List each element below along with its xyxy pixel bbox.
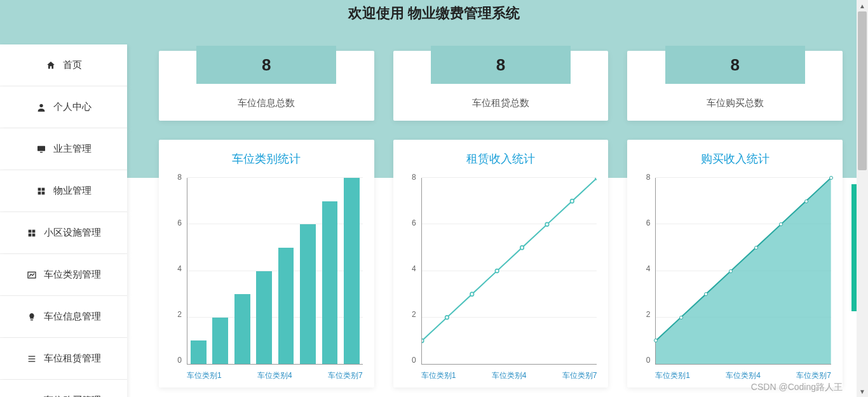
person-icon bbox=[36, 102, 47, 113]
bar-1 bbox=[212, 318, 228, 364]
data-point bbox=[804, 199, 808, 203]
area-svg bbox=[656, 178, 831, 364]
sidebar-item-label: 车位信息管理 bbox=[44, 311, 101, 323]
chart-body: 86420车位类别1车位类别4车位类别7 bbox=[166, 173, 367, 382]
data-point bbox=[829, 176, 833, 180]
sidebar-item-8[interactable]: 车位购买管理 bbox=[0, 380, 127, 397]
scrollbar-up-icon[interactable]: ▲ bbox=[857, 0, 868, 11]
stat-value: 8 bbox=[196, 46, 336, 84]
stat-label: 车位购买总数 bbox=[627, 97, 843, 109]
sidebar-item-2[interactable]: 业主管理 bbox=[0, 128, 127, 170]
svg-rect-4 bbox=[42, 187, 45, 191]
chart-title: 车位类别统计 bbox=[166, 151, 367, 166]
y-axis: 86420 bbox=[401, 173, 419, 365]
x-axis: 车位类别1车位类别4车位类别7 bbox=[421, 370, 597, 381]
y-tick: 8 bbox=[412, 173, 419, 182]
sidebar-item-3[interactable]: 物业管理 bbox=[0, 170, 127, 212]
stat-row: 8车位信息总数8车位租贷总数8车位购买总数 bbox=[159, 51, 843, 121]
sidebar-item-5[interactable]: 车位类别管理 bbox=[0, 254, 127, 296]
plot-area bbox=[421, 178, 597, 365]
svg-point-25 bbox=[570, 199, 574, 203]
bar-7 bbox=[344, 178, 360, 364]
home-icon bbox=[45, 60, 57, 71]
stat-value: 8 bbox=[431, 46, 571, 84]
y-tick: 6 bbox=[177, 219, 184, 227]
sidebar-item-label: 车位类别管理 bbox=[44, 269, 101, 281]
scrollbar-thumb[interactable] bbox=[858, 11, 867, 170]
svg-rect-6 bbox=[42, 191, 45, 194]
stat-value: 8 bbox=[665, 46, 805, 84]
sidebar-item-label: 小区设施管理 bbox=[44, 227, 101, 239]
svg-point-0 bbox=[39, 104, 43, 107]
stat-label: 车位信息总数 bbox=[159, 97, 374, 109]
stat-label: 车位租贷总数 bbox=[393, 97, 609, 109]
y-tick: 4 bbox=[646, 264, 653, 273]
svg-point-23 bbox=[520, 246, 524, 250]
svg-rect-2 bbox=[40, 152, 43, 152]
sidebar-item-7[interactable]: 车位租赁管理 bbox=[0, 338, 127, 380]
scrollbar-down-icon[interactable]: ▼ bbox=[857, 386, 868, 397]
svg-rect-5 bbox=[38, 191, 41, 194]
chart-card-0: 车位类别统计86420车位类别1车位类别4车位类别7 bbox=[159, 140, 374, 387]
svg-point-26 bbox=[595, 178, 597, 180]
y-axis: 86420 bbox=[635, 173, 653, 365]
svg-point-20 bbox=[445, 316, 449, 320]
y-tick: 4 bbox=[177, 264, 184, 273]
y-tick: 8 bbox=[177, 173, 184, 182]
stat-card-2: 8车位购买总数 bbox=[627, 51, 843, 121]
svg-rect-9 bbox=[29, 233, 32, 236]
chart-card-1: 租赁收入统计86420车位类别1车位类别4车位类别7 bbox=[393, 140, 609, 387]
sidebar-item-label: 车位租赁管理 bbox=[44, 353, 101, 365]
svg-rect-14 bbox=[29, 358, 36, 359]
y-tick: 2 bbox=[412, 310, 419, 319]
bar-6 bbox=[322, 201, 338, 364]
data-point bbox=[754, 246, 758, 250]
sidebar-item-label: 物业管理 bbox=[53, 185, 92, 197]
list2-icon bbox=[26, 395, 37, 398]
y-tick: 8 bbox=[646, 173, 653, 182]
bar-3 bbox=[256, 271, 272, 365]
bars bbox=[187, 178, 363, 364]
x-tick: 车位类别7 bbox=[328, 370, 363, 381]
y-tick: 0 bbox=[177, 356, 184, 365]
chart-body: 86420车位类别1车位类别4车位类别7 bbox=[401, 173, 601, 382]
x-tick: 车位类别4 bbox=[492, 370, 527, 381]
sidebar-item-0[interactable]: 首页 bbox=[0, 44, 127, 86]
scrollbar[interactable]: ▲ ▼ bbox=[857, 0, 868, 397]
trend-icon bbox=[26, 269, 37, 281]
grid2-icon bbox=[26, 227, 37, 239]
y-tick: 2 bbox=[177, 310, 184, 319]
bar-2 bbox=[234, 294, 250, 364]
chart-row: 车位类别统计86420车位类别1车位类别4车位类别7租赁收入统计86420车位类… bbox=[159, 140, 843, 387]
stat-card-1: 8车位租贷总数 bbox=[393, 51, 609, 121]
accent-bar bbox=[851, 184, 857, 311]
sidebar-item-6[interactable]: 车位信息管理 bbox=[0, 296, 127, 338]
x-tick: 车位类别7 bbox=[562, 370, 597, 381]
sidebar-item-label: 业主管理 bbox=[53, 143, 92, 155]
grid-icon bbox=[36, 185, 47, 197]
sidebar-item-label: 车位购买管理 bbox=[44, 394, 101, 397]
sidebar-nav: 首页个人中心业主管理物业管理小区设施管理车位类别管理车位信息管理车位租赁管理车位… bbox=[0, 44, 127, 397]
svg-rect-3 bbox=[38, 187, 41, 191]
svg-point-22 bbox=[495, 269, 499, 273]
monitor-icon bbox=[36, 144, 47, 155]
y-tick: 4 bbox=[412, 264, 419, 273]
chart-title: 租赁收入统计 bbox=[401, 151, 601, 166]
y-tick: 2 bbox=[646, 310, 653, 319]
bar-4 bbox=[278, 248, 294, 364]
stat-card-0: 8车位信息总数 bbox=[159, 51, 374, 121]
bar-5 bbox=[300, 224, 316, 364]
chart-title: 购买收入统计 bbox=[635, 151, 835, 166]
plot-area bbox=[655, 178, 831, 365]
watermark: CSDN @Coding路人王 bbox=[751, 382, 843, 393]
x-tick: 车位类别4 bbox=[257, 370, 292, 381]
sidebar-item-4[interactable]: 小区设施管理 bbox=[0, 212, 127, 254]
svg-rect-7 bbox=[29, 229, 32, 232]
main-content: 8车位信息总数8车位租贷总数8车位购买总数 车位类别统计86420车位类别1车位… bbox=[159, 51, 843, 387]
data-point bbox=[679, 316, 683, 320]
svg-rect-10 bbox=[32, 233, 36, 236]
x-tick: 车位类别1 bbox=[655, 370, 690, 381]
sidebar-item-1[interactable]: 个人中心 bbox=[0, 86, 127, 128]
svg-rect-13 bbox=[29, 356, 36, 356]
x-tick: 车位类别7 bbox=[796, 370, 831, 381]
